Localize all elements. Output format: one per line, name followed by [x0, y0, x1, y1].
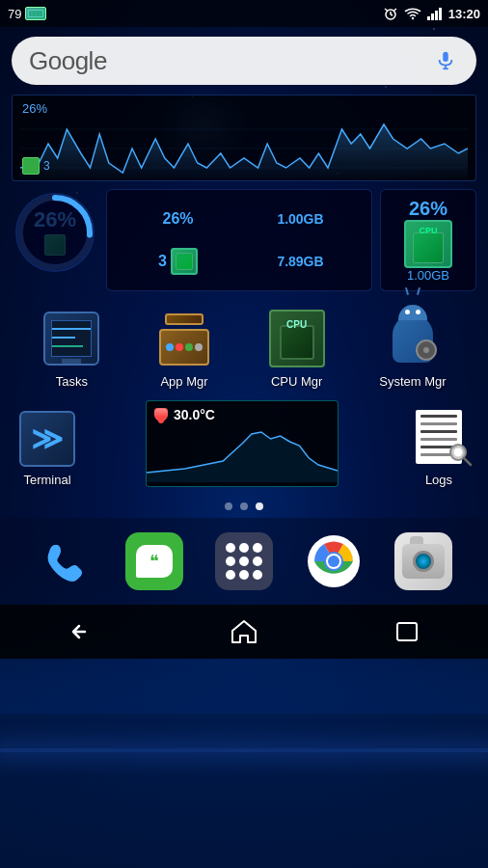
tasks-base — [62, 359, 81, 364]
drawer-dot-8 — [239, 570, 249, 580]
home-icon — [230, 619, 258, 644]
terminal-icon: ≫ — [19, 411, 75, 467]
logs-icon-wrap — [409, 407, 469, 467]
svg-rect-26 — [397, 623, 417, 640]
android-eye-right — [416, 310, 420, 314]
dock-app-phone[interactable] — [36, 532, 94, 590]
appmgr-icon — [156, 312, 212, 366]
app-item-logs[interactable]: Logs — [409, 407, 469, 487]
drawer-dot-7 — [226, 570, 235, 580]
tasks-line1 — [52, 328, 91, 330]
drawer-dot-5 — [239, 556, 249, 566]
cpumgr-label: CPU Mgr — [271, 374, 322, 389]
tasks-label: Tasks — [56, 374, 88, 389]
mid-storage: 7.89GB — [241, 254, 360, 269]
thermometer-icon — [154, 408, 168, 421]
app-icons-row2: ≫ Terminal 30.0°C — [0, 393, 488, 491]
page-dot-2[interactable] — [240, 502, 248, 510]
tasks-icon-wrap — [41, 309, 101, 368]
drawer-dot-9 — [253, 570, 262, 580]
gear-overlay — [416, 339, 437, 361]
drawer-dots — [226, 543, 262, 580]
status-right: 13:20 — [383, 6, 480, 21]
temp-header: 30.0°C — [147, 401, 338, 424]
logs-label: Logs — [425, 473, 452, 487]
svg-rect-7 — [435, 11, 438, 20]
camera-lens — [413, 551, 434, 572]
appmgr-icon-wrap — [154, 309, 214, 368]
alarm-icon — [383, 6, 398, 21]
terminal-chevron: ≫ — [31, 420, 64, 457]
circle-stat-svg — [12, 189, 98, 276]
nav-recents-button[interactable] — [378, 612, 436, 651]
search-bar[interactable]: Google — [12, 37, 476, 85]
page-dot-3[interactable] — [256, 502, 263, 510]
terminal-label: Terminal — [23, 473, 70, 487]
camera-body — [402, 544, 445, 579]
right-cpu-percent: 26% — [409, 198, 447, 220]
android-eye-left — [405, 310, 410, 314]
recents-icon — [395, 621, 419, 642]
magnify-icon — [447, 442, 473, 467]
nav-bar — [0, 605, 488, 659]
svg-line-20 — [464, 458, 471, 465]
sysmgr-label: System Mgr — [379, 374, 446, 389]
dock-app-camera[interactable] — [394, 532, 452, 590]
temp-widget: 30.0°C — [146, 400, 339, 487]
back-arrow-icon — [68, 621, 95, 642]
cpumgr-chip — [280, 325, 314, 360]
ram-icon-inner — [28, 10, 43, 17]
mid-processes: 3 — [119, 248, 237, 275]
android-body — [393, 314, 433, 363]
tasks-line3 — [52, 345, 83, 347]
wifi-icon — [404, 7, 421, 20]
app-item-appmgr[interactable]: App Mgr — [154, 309, 214, 389]
nav-back-button[interactable] — [52, 612, 110, 651]
dock-app-drawer[interactable] — [215, 532, 273, 590]
svg-line-3 — [385, 9, 388, 11]
nav-home-button[interactable] — [215, 612, 273, 651]
logs-line2 — [420, 422, 457, 425]
logs-line4 — [420, 438, 457, 441]
svg-rect-9 — [443, 52, 448, 62]
logs-icon — [409, 407, 469, 467]
tool-blue — [166, 343, 174, 351]
microphone-icon[interactable] — [432, 47, 459, 74]
svg-line-4 — [393, 9, 396, 11]
drawer-dot-1 — [226, 543, 235, 553]
svg-rect-5 — [427, 16, 430, 20]
cpumgr-icon — [269, 310, 325, 367]
tasks-screen — [51, 320, 92, 357]
chrome-icon — [308, 535, 360, 587]
mid-cpu-percent: 26% — [119, 210, 237, 228]
status-bar: 79 13:20 — [0, 0, 488, 27]
temp-value: 30.0°C — [174, 407, 215, 422]
mid-proc-count: 3 — [158, 253, 167, 270]
dock-app-hangouts[interactable]: ❝ — [125, 532, 183, 590]
dock-app-chrome[interactable] — [305, 532, 363, 590]
svg-point-19 — [453, 448, 463, 457]
ram-icon — [25, 7, 46, 20]
app-item-tasks[interactable]: Tasks — [41, 309, 101, 389]
cpu-chart-percent: 26% — [22, 101, 47, 116]
app-icons-row1: Tasks App Mgr CPU Mgr — [0, 299, 488, 393]
tasks-icon — [43, 312, 99, 366]
logs-line3 — [420, 430, 457, 433]
mid-ram: 1.00GB — [241, 211, 360, 227]
phone-icon — [41, 537, 89, 585]
tool-red — [176, 343, 183, 351]
right-cpu-icon — [404, 220, 452, 268]
app-item-terminal[interactable]: ≫ Terminal — [19, 411, 75, 487]
mid-chip-icon — [171, 248, 198, 275]
cpumgr-icon-wrap — [267, 309, 327, 368]
app-item-sysmgr[interactable]: System Mgr — [379, 309, 446, 389]
hangouts-bubble: ❝ — [136, 545, 173, 578]
drawer-dot-6 — [253, 556, 262, 566]
page-dots — [0, 491, 488, 518]
page-dot-1[interactable] — [225, 502, 232, 510]
svg-line-2 — [391, 14, 393, 15]
app-item-cpumgr[interactable]: CPU Mgr — [267, 309, 327, 389]
dock-glow — [0, 748, 488, 752]
tool-gray — [195, 343, 203, 351]
drawer-dot-4 — [226, 556, 235, 566]
